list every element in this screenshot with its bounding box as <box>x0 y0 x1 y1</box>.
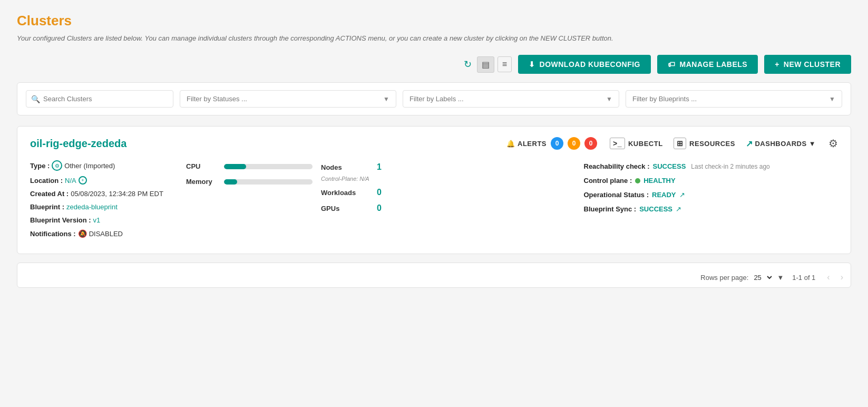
alerts-section: 🔔 ALERTS 0 0 0 <box>506 137 598 150</box>
location-icon[interactable]: + <box>79 176 87 185</box>
bell-off-icon: 🔕 <box>78 229 87 238</box>
notifications-row: Notifications : 🔕 DISABLED <box>30 229 178 238</box>
chevron-down-icon: ▼ <box>383 95 389 103</box>
resources-icon: ⊞ <box>674 138 687 149</box>
health-dot <box>635 178 640 183</box>
alerts-label: 🔔 ALERTS <box>506 140 547 148</box>
manage-labels-button[interactable]: 🏷 Manage Labels <box>657 55 758 74</box>
kubernetes-icon: ⚙ <box>52 160 62 171</box>
workloads-row: Workloads 0 <box>321 188 576 197</box>
refresh-button[interactable]: ↻ <box>462 56 474 72</box>
page-range: 1-1 of 1 <box>792 274 815 282</box>
page-nav: ‹ › <box>824 272 846 283</box>
blueprint-row: Blueprint : zededa-blueprint <box>30 203 178 211</box>
chevron-down-icon: ▼ <box>829 95 835 103</box>
operational-row: Operational Status : READY ↗ <box>584 191 838 199</box>
control-plane-sub: Control-Plane: N/A <box>321 176 369 182</box>
memory-progress-bar <box>224 179 313 185</box>
gpus-row: GPUs 0 <box>321 204 576 213</box>
info-column: Type : ⚙ Other (Imported) Location : N/A… <box>30 160 178 243</box>
status-column: Reachability check : SUCCESS Last check-… <box>584 160 838 243</box>
terminal-icon: >_ <box>610 138 625 149</box>
cpu-progress-fill <box>224 164 246 169</box>
search-input[interactable] <box>26 90 173 108</box>
alert-badge-blue[interactable]: 0 <box>551 137 563 150</box>
grid-view-button[interactable]: ▤ <box>477 56 494 73</box>
toolbar: ↻ ▤ ≡ ⬇ Download Kubeconfig 🏷 Manage Lab… <box>17 55 851 74</box>
label-icon: 🏷 <box>668 60 676 69</box>
nodes-row: Nodes 1 <box>321 162 576 172</box>
resources-column: CPU Memory <box>186 160 313 243</box>
download-kubeconfig-button[interactable]: ⬇ Download Kubeconfig <box>518 55 651 74</box>
cluster-card: oil-rig-edge-zededa 🔔 ALERTS 0 0 0 >_ <box>17 126 851 254</box>
pagination-bar: Rows per page: 25 50 100 ▼ 1-1 of 1 ‹ › <box>17 263 851 288</box>
resources-link[interactable]: ⊞ RESOURCES <box>674 138 735 149</box>
alert-badge-red[interactable]: 0 <box>584 137 597 150</box>
cluster-header: oil-rig-edge-zededa 🔔 ALERTS 0 0 0 >_ <box>30 137 838 150</box>
view-toggle: ↻ ▤ ≡ <box>462 56 512 73</box>
cluster-actions: >_ KUBECTL ⊞ RESOURCES ↗ DASHBOARDS ▼ <box>610 138 816 149</box>
chevron-down-icon: ▼ <box>606 95 612 103</box>
settings-button[interactable]: ⚙ <box>828 137 838 150</box>
page-description: Your configured Clusters are listed belo… <box>17 34 851 42</box>
rows-per-page-select[interactable]: 25 50 100 <box>752 273 774 282</box>
blueprint-sync-row: Blueprint Sync : SUCCESS ↗ <box>584 205 838 213</box>
blueprint-version-row: Blueprint Version : v1 <box>30 216 178 224</box>
search-icon: 🔍 <box>31 95 40 103</box>
list-view-button[interactable]: ≡ <box>498 56 512 72</box>
memory-progress-fill <box>224 179 237 185</box>
filters-bar: 🔍 Filter by Statuses ... ▼ Filter by Lab… <box>17 82 851 115</box>
cluster-header-right: 🔔 ALERTS 0 0 0 >_ KUBECTL ⊞ RESOURCES <box>506 137 838 150</box>
memory-row: Memory <box>186 178 313 186</box>
type-row: Type : ⚙ Other (Imported) <box>30 160 178 171</box>
chevron-down-icon: ▼ <box>809 140 816 148</box>
filter-blueprints-select[interactable]: Filter by Blueprints ... ▼ <box>626 90 842 108</box>
metrics-column: Nodes 1 Control-Plane: N/A Workloads 0 G… <box>321 160 576 243</box>
download-icon: ⬇ <box>529 60 535 69</box>
search-input-wrap: 🔍 <box>26 90 173 108</box>
control-plane-row: Control plane : HEALTHY <box>584 177 838 185</box>
next-page-button[interactable]: › <box>837 272 846 283</box>
location-row: Location : N/A + <box>30 176 178 185</box>
created-row: Created At : 05/08/2023, 12:34:28 PM EDT <box>30 190 178 198</box>
check-in-text: Last check-in 2 minutes ago <box>691 163 769 170</box>
alert-badge-orange[interactable]: 0 <box>568 137 580 150</box>
cpu-row: CPU <box>186 162 313 170</box>
prev-page-button[interactable]: ‹ <box>824 272 833 283</box>
external-link-icon[interactable]: ↗ <box>676 205 681 213</box>
cluster-body: Type : ⚙ Other (Imported) Location : N/A… <box>30 160 838 243</box>
kubectl-link[interactable]: >_ KUBECTL <box>610 138 663 149</box>
trend-icon: ↗ <box>746 139 753 149</box>
plus-icon: + <box>775 60 779 69</box>
chevron-down-icon: ▼ <box>777 274 784 282</box>
filter-statuses-select[interactable]: Filter by Statuses ... ▼ <box>180 90 396 108</box>
filter-labels-select[interactable]: Filter by Labels ... ▼ <box>403 90 619 108</box>
page-title: Clusters <box>17 13 851 29</box>
reachability-row: Reachability check : SUCCESS Last check-… <box>584 162 838 170</box>
rows-per-page-label: Rows per page: <box>700 274 748 282</box>
rows-per-page: Rows per page: 25 50 100 ▼ <box>700 273 784 282</box>
dashboards-link[interactable]: ↗ DASHBOARDS ▼ <box>746 139 816 149</box>
cpu-progress-bar <box>224 164 313 169</box>
new-cluster-button[interactable]: + New Cluster <box>764 55 851 74</box>
bell-icon: 🔔 <box>506 140 515 148</box>
cluster-name[interactable]: oil-rig-edge-zededa <box>30 138 126 150</box>
external-link-icon[interactable]: ↗ <box>679 191 685 199</box>
